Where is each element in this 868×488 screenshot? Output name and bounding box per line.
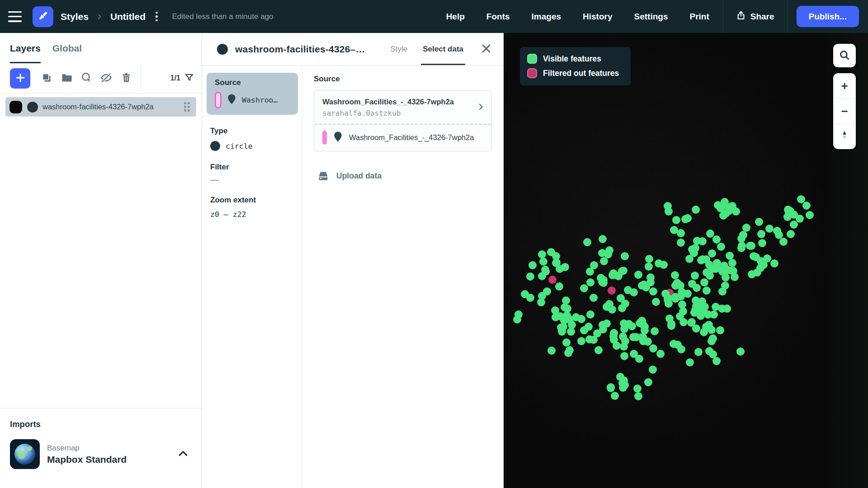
nav-settings[interactable]: Settings	[623, 0, 679, 33]
property-filter-section[interactable]: Filter —	[207, 163, 298, 184]
visible-feature-dot	[697, 312, 705, 320]
visible-feature-dot	[709, 350, 717, 358]
filter-layers-button[interactable]	[184, 72, 194, 84]
folder-icon	[61, 71, 73, 85]
visible-feature-dot	[728, 259, 736, 267]
map-canvas[interactable]: Visible features Filtered out features +…	[504, 33, 868, 488]
map-search-button[interactable]	[833, 44, 856, 67]
menu-button[interactable]	[8, 11, 22, 22]
visible-feature-dot	[585, 335, 594, 343]
visible-feature-dot	[645, 263, 653, 271]
nav-images[interactable]: Images	[521, 0, 572, 33]
tab-select-data[interactable]: Select data	[423, 33, 463, 65]
layer-row-selected[interactable]: washroom-facilities-4326-7wph2a	[5, 97, 196, 117]
delete-layer-button[interactable]	[118, 69, 135, 87]
zoom-out-button[interactable]: −	[833, 99, 856, 124]
visible-feature-dot	[621, 381, 629, 389]
visible-feature-dot	[763, 254, 771, 263]
type-label: Type	[210, 127, 298, 136]
compass-button[interactable]	[833, 124, 856, 149]
visible-feature-dot	[692, 206, 700, 214]
layer-editor-panel: washroom-facilities-4326–… Style Select …	[202, 33, 504, 488]
upload-data-button[interactable]: Upload data	[316, 169, 382, 183]
basemap-label: Basemap	[47, 444, 127, 453]
nav-fonts[interactable]: Fonts	[476, 0, 521, 33]
tileset-row[interactable]: Washroom_Facilities_-_4326-7wph2a saraha…	[314, 90, 491, 124]
circle-cursor-icon	[80, 71, 93, 85]
visible-feature-dot	[513, 315, 521, 324]
mapbox-studio-logo[interactable]	[33, 6, 53, 27]
visible-feature-dot	[726, 252, 734, 260]
filter-label: Filter	[210, 163, 298, 172]
visible-feature-dot	[757, 230, 765, 238]
group-layers-button[interactable]	[58, 69, 75, 87]
visible-feature-dot	[694, 348, 703, 356]
visible-feature-dot	[537, 298, 545, 306]
toggle-visibility-button[interactable]	[98, 69, 115, 87]
source-label: Source	[215, 78, 291, 87]
filtered-feature-dot	[608, 286, 616, 295]
duplicate-layer-button[interactable]	[38, 69, 55, 87]
drag-handle-icon[interactable]	[182, 100, 192, 113]
tab-global[interactable]: Global	[52, 33, 82, 63]
legend-row-filtered: Filtered out features	[527, 68, 619, 78]
visible-feature-dot	[685, 255, 693, 263]
share-button[interactable]: Share	[726, 0, 784, 33]
type-value: circle	[226, 142, 253, 150]
zoom-in-button[interactable]: +	[833, 73, 856, 99]
nav-history[interactable]: History	[572, 0, 623, 33]
close-icon	[481, 43, 492, 56]
property-zoom-extent-section[interactable]: Zoom extent z0 — z22	[207, 196, 298, 219]
add-layer-button[interactable]	[10, 68, 30, 89]
imports-section: Imports Basemap Mapbox Standard	[0, 408, 202, 488]
editor-tabs: Style Select data	[390, 33, 463, 65]
visible-feature-dot	[672, 216, 680, 224]
style-options-kebab-icon[interactable]	[153, 10, 160, 23]
visible-feature-dot	[639, 333, 647, 341]
visible-feature-dot	[649, 287, 657, 296]
visible-feature-dot	[697, 303, 705, 311]
visible-feature-dot	[644, 378, 652, 386]
tileset-owner-id: sarahalfa.0astzkub	[322, 109, 476, 117]
visible-feature-dot	[712, 235, 721, 244]
breadcrumb-styles[interactable]: Styles	[61, 11, 89, 22]
visible-feature-dot	[543, 287, 551, 296]
visible-feature-dot	[635, 355, 643, 363]
tab-style[interactable]: Style	[390, 33, 407, 65]
property-type-section[interactable]: Type circle	[207, 127, 298, 151]
zoom-extent-value: z0 — z22	[210, 210, 298, 219]
visible-feature-dot	[599, 235, 607, 243]
select-feature-button[interactable]	[78, 69, 95, 87]
visible-feature-dot	[736, 347, 745, 356]
publish-button[interactable]: Publish...	[797, 6, 859, 27]
nav-help[interactable]: Help	[435, 0, 476, 33]
visible-feature-dot	[603, 319, 611, 328]
visible-feature-dot	[547, 248, 555, 256]
editor-layer-title: washroom-facilities-4326–…	[235, 44, 365, 55]
collapse-basemap-button[interactable]	[175, 445, 192, 464]
property-source-card[interactable]: Source Washroo…	[207, 73, 298, 115]
tab-layers[interactable]: Layers	[10, 33, 41, 63]
layer-counter-group: 1/1	[170, 72, 194, 84]
visible-feature-dot	[521, 290, 529, 298]
map-legend: Visible features Filtered out features	[520, 47, 631, 85]
nav-print[interactable]: Print	[679, 0, 720, 33]
visible-feature-dot	[756, 264, 764, 272]
visible-feature-dot	[718, 287, 726, 296]
visible-feature-dot	[750, 252, 758, 260]
visible-feature-dot	[590, 294, 598, 302]
visible-feature-dot	[698, 237, 707, 245]
visible-feature-dot	[790, 211, 798, 219]
source-value-row: Washroo…	[215, 92, 291, 108]
visible-feature-dot	[607, 384, 615, 392]
visible-feature-dot	[547, 347, 556, 355]
source-layer-row[interactable]: Washroom_Facilities_-_4326-7wph2a	[315, 124, 491, 151]
toolbar-divider	[141, 65, 141, 91]
visible-feature-dot	[739, 231, 747, 239]
map-zoom-controls: + −	[833, 73, 856, 149]
visible-feature-dot	[765, 225, 774, 233]
visible-feature-dot	[802, 202, 811, 210]
basemap-import-row[interactable]: Basemap Mapbox Standard	[10, 439, 192, 469]
close-editor-button[interactable]	[481, 43, 492, 56]
breadcrumb-style-name[interactable]: Untitled	[110, 11, 146, 22]
